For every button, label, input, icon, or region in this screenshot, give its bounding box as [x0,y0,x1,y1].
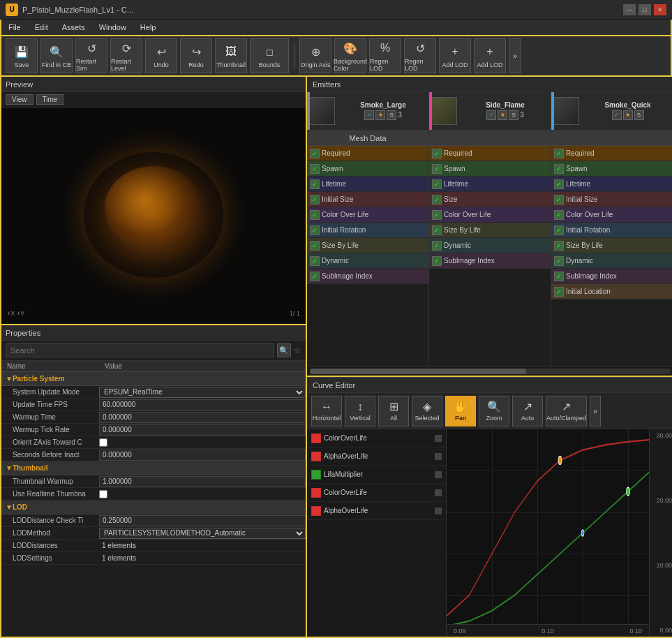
emitter-enabled-icon[interactable]: ✓ [486,110,496,120]
origin-axis-button[interactable]: ⊕ Origin Axis [299,38,331,73]
restart-sim-button[interactable]: ↺ Restart Sim [75,38,107,73]
module-color-2[interactable]: ✓ Color Over Life [429,207,551,223]
module-checkbox[interactable]: ✓ [554,225,564,235]
module-lifetime-3[interactable]: ✓ Lifetime [551,177,672,192]
emitter-enabled-icon[interactable]: ✓ [364,110,374,120]
module-size[interactable]: ✓ Initial Size [307,192,428,207]
module-checkbox[interactable]: ✓ [310,225,320,235]
module-rotation[interactable]: ✓ Initial Rotation [307,223,428,238]
module-checkbox[interactable]: ✓ [310,164,320,174]
module-checkbox[interactable]: ✓ [310,210,320,220]
module-spawn-2[interactable]: ✓ Spawn [429,161,551,177]
warmup-tick-input[interactable] [99,424,306,436]
module-required-3[interactable]: ✓ Required [551,146,672,161]
use-realtime-checkbox[interactable] [99,490,107,498]
module-checkbox[interactable]: ✓ [554,287,564,297]
module-checkbox[interactable]: ✓ [310,241,320,251]
curve-tool-zoom[interactable]: 🔍 Zoom [479,396,509,426]
curve-tool-selected[interactable]: ◈ Selected [412,396,442,426]
module-sizelife-2[interactable]: ✓ Size By Life [429,223,551,238]
module-subimage[interactable]: ✓ SubImage Index [307,269,428,284]
curve-lock-icon[interactable] [435,471,442,478]
emitters-scrollbar-thumb[interactable] [310,369,526,374]
module-subimage-2[interactable]: ✓ SubImage Index [429,253,551,269]
favorites-star-icon[interactable]: ☆ [294,346,301,355]
module-checkbox[interactable]: ✓ [554,272,564,281]
module-sizelife[interactable]: ✓ Size By Life [307,238,428,253]
module-color-3[interactable]: ✓ Color Over Life [551,207,672,223]
emitter-s-icon[interactable]: S [509,110,518,120]
module-checkbox[interactable]: ✓ [554,149,564,158]
curve-lock-icon[interactable] [435,489,442,496]
module-dynamic-2[interactable]: ✓ Dynamic [429,238,551,253]
menu-file[interactable]: File [1,20,28,35]
add-lod-2-button[interactable]: + Add LOD [474,38,506,73]
emitter-star-icon[interactable]: ★ [498,110,507,120]
module-checkbox[interactable]: ✓ [432,256,442,266]
curve-tool-all[interactable]: ⊞ All [378,396,409,426]
time-button[interactable]: Time [36,94,64,105]
curve-toolbar-more[interactable]: » [590,396,601,426]
seconds-before-input[interactable] [99,450,306,461]
module-checkbox[interactable]: ✓ [310,179,320,189]
bg-color-button[interactable]: 🎨 Background Color [334,38,366,73]
update-fps-input[interactable] [99,399,306,410]
module-checkbox[interactable]: ✓ [310,149,320,158]
module-checkbox[interactable]: ✓ [432,149,442,158]
curve-lock-icon[interactable] [435,453,442,460]
regen-lod-2-button[interactable]: ↺ Regen LOD [404,38,436,73]
module-spawn[interactable]: ✓ Spawn [307,161,428,177]
menu-help[interactable]: Help [133,20,163,35]
particle-system-section[interactable]: ▼ Particle System [1,372,306,386]
module-rotation-3[interactable]: ✓ Initial Rotation [551,223,672,238]
module-checkbox[interactable]: ✓ [432,225,442,235]
thumbnail-button[interactable]: 🖼 Thumbnail [215,38,247,73]
module-size-2[interactable]: ✓ Size [429,192,551,207]
curve-tool-auto-clamped[interactable]: ↗ Auto/Clamped [546,396,587,426]
undo-button[interactable]: ↩ Undo [145,38,177,73]
module-checkbox[interactable]: ✓ [432,241,442,251]
module-checkbox[interactable]: ✓ [554,195,564,205]
toolbar-more-button[interactable]: » [509,38,521,73]
curve-item-coloroverlife-1[interactable]: ColorOverLife [307,429,446,447]
system-update-mode-dropdown[interactable]: EPSUM_RealTime [99,387,306,398]
curve-tool-horizontal[interactable]: ↔ Horizontal [311,396,342,426]
module-checkbox[interactable]: ✓ [432,195,442,205]
curve-tool-vertical[interactable]: ↕ Vertical [345,396,375,426]
curve-item-alphaoverlife-2[interactable]: AlphaOverLife [307,502,446,520]
module-subimage-3[interactable]: ✓ SubImage Index [551,269,672,284]
curve-graph[interactable]: 30.00 20.00 10.00 0.00 0.09 0.10 0.10 [447,429,672,637]
curve-lock-icon[interactable] [435,507,442,514]
emitter-s-icon[interactable]: S [387,110,396,120]
view-button[interactable]: View [6,94,33,105]
emitter-star-icon[interactable]: ★ [375,110,385,120]
module-checkbox[interactable]: ✓ [554,256,564,266]
search-input[interactable] [6,343,274,357]
curve-item-coloroverlife-2[interactable]: ColorOverLife [307,484,446,502]
module-checkbox[interactable]: ✓ [310,195,320,205]
curve-tool-pan[interactable]: ✋ Pan [445,396,476,426]
minimize-button[interactable]: ─ [623,4,636,15]
module-lifetime[interactable]: ✓ Lifetime [307,177,428,192]
module-color-over-life[interactable]: ✓ Color Over Life [307,207,428,223]
module-spawn-3[interactable]: ✓ Spawn [551,161,672,177]
module-checkbox[interactable]: ✓ [310,272,320,281]
search-icon-button[interactable]: 🔍 [277,343,291,357]
menu-edit[interactable]: Edit [28,20,55,35]
lod-section[interactable]: ▼ LOD [1,500,306,514]
thumbnail-warmup-input[interactable] [99,476,306,487]
module-checkbox[interactable]: ✓ [432,164,442,174]
module-required[interactable]: ✓ Required [307,146,428,161]
emitters-scrollbar-track[interactable] [310,369,671,374]
bounds-button[interactable]: ◻ Bounds [250,38,289,73]
emitter-s-icon[interactable]: S [634,110,644,120]
module-required-2[interactable]: ✓ Required [429,146,551,161]
menu-assets[interactable]: Assets [55,20,92,35]
menu-window[interactable]: Window [92,20,133,35]
module-checkbox[interactable]: ✓ [554,164,564,174]
curve-lock-icon[interactable] [435,435,442,442]
restart-level-button[interactable]: ⟳ Restart Level [110,38,142,73]
save-button[interactable]: 💾 Save [6,38,38,73]
lod-check-input[interactable] [99,515,306,526]
curve-item-alphaoverlife-1[interactable]: AlphaOverLife [307,447,446,466]
